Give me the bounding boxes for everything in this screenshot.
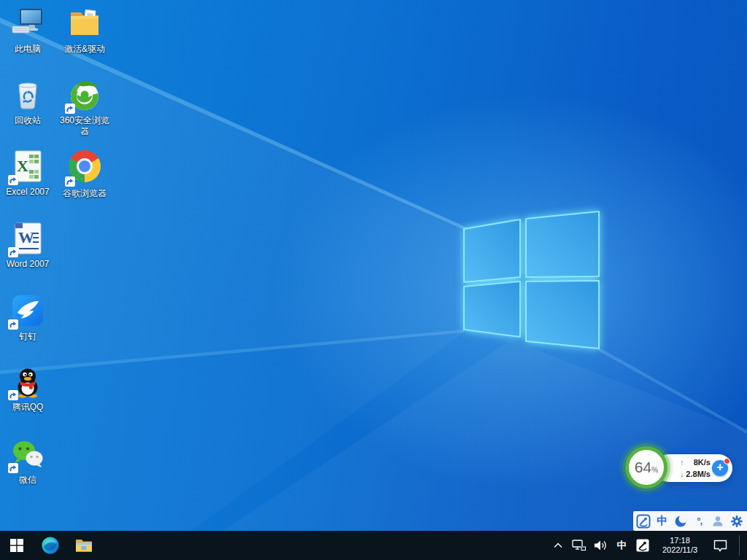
desktop-icon-word-2007[interactable]: W Word 2007 (0, 221, 55, 270)
svg-text:W: W (18, 228, 34, 246)
upload-speed-row: ↑ 8K/s (680, 457, 711, 468)
chinese-mode-label: 中 (657, 514, 667, 528)
desktop-icon-excel-2007[interactable]: X Excel 2007 (0, 149, 55, 198)
desktop-icon-label: 回收站 (0, 115, 55, 126)
desktop-icon-chrome[interactable]: 谷歌浏览器 (57, 149, 112, 199)
chrome-icon (67, 150, 102, 185)
desktop-icon-this-pc[interactable]: 此电脑 (0, 6, 55, 55)
desktop-icon-activation-drivers[interactable]: 激活&驱动 (57, 6, 112, 55)
plus-icon: + (716, 461, 723, 473)
windows-desktop-screen: 此电脑 激活&驱动 (0, 0, 747, 560)
dingtalk-icon (10, 293, 45, 328)
desktop-icon-label: 腾讯QQ (0, 402, 55, 413)
taskbar: 中 17:18 2022/11/3 (0, 531, 747, 560)
clock-date: 2022/11/3 (657, 545, 703, 555)
360-browser-icon (67, 77, 102, 112)
desktop-icon-label: 谷歌浏览器 (57, 188, 112, 199)
taskbar-clock[interactable]: 17:18 2022/11/3 (656, 536, 704, 555)
system-tray: 中 17:18 2022/11/3 (550, 531, 747, 560)
notification-dot (724, 458, 730, 464)
desktop-icon-360-browser[interactable]: 360安全浏览器 (57, 77, 112, 137)
ime-user-button[interactable] (710, 513, 726, 529)
desktop-icon-label: Excel 2007 (0, 187, 55, 198)
file-explorer-icon (74, 536, 93, 555)
desktop-icon-wechat[interactable]: 微信 (0, 437, 55, 486)
desktop-icon-label: 激活&驱动 (57, 44, 112, 55)
desktop-icon-label: 此电脑 (0, 44, 55, 55)
excel-icon: X (10, 149, 45, 184)
show-desktop-divider[interactable] (739, 535, 740, 556)
user-icon (711, 515, 724, 528)
percent-sign: % (651, 466, 658, 474)
moon-icon (674, 515, 687, 528)
edge-icon (41, 536, 60, 555)
network-ethernet-icon (572, 539, 587, 552)
shortcut-arrow-icon (8, 175, 18, 185)
download-arrow-icon: ↓ (680, 470, 686, 478)
ime-punctuation-button[interactable]: °, (692, 513, 708, 529)
file-explorer-taskbar-button[interactable] (67, 531, 101, 560)
notification-bubble-icon (713, 540, 727, 552)
qq-penguin-icon (10, 364, 45, 399)
ime-chinese-mode-button[interactable]: 中 (654, 513, 670, 529)
accelerate-plus-button[interactable]: + (712, 460, 728, 476)
ime-settings-button[interactable] (729, 513, 745, 529)
download-speed-row: ↓ 2.8M/s (680, 469, 711, 480)
tray-ime-indicator[interactable]: 中 (614, 531, 630, 560)
desktop-icon-recycle-bin[interactable]: 回收站 (0, 77, 55, 126)
svg-text:X: X (17, 157, 28, 175)
punctuation-icon: °, (697, 516, 702, 526)
speaker-icon (593, 539, 608, 552)
action-center-button[interactable] (709, 531, 731, 560)
clock-time: 17:18 (657, 536, 703, 545)
folder-icon (67, 6, 102, 41)
tray-volume[interactable] (592, 531, 608, 560)
desktop-icon-label: 360安全浏览器 (57, 115, 112, 137)
ime-fullwidth-moon-button[interactable] (673, 513, 689, 529)
shortcut-arrow-icon (65, 104, 75, 114)
edge-taskbar-button[interactable] (34, 531, 67, 560)
desktop-icon-label: 钉钉 (0, 331, 55, 342)
desktop-icon-label: Word 2007 (0, 259, 55, 270)
speed-ball-widget[interactable]: ↑ 8K/s ↓ 2.8M/s + 64 % (622, 443, 732, 494)
tray-ime-status-square[interactable] (635, 531, 651, 560)
tray-show-hidden-icons[interactable] (550, 531, 566, 560)
wechat-icon (10, 437, 45, 472)
shortcut-arrow-icon (8, 319, 18, 330)
gear-icon (730, 515, 743, 528)
shortcut-arrow-icon (8, 390, 18, 400)
word-icon: W (10, 221, 45, 256)
start-button[interactable] (0, 531, 34, 560)
this-pc-icon (10, 6, 45, 41)
shortcut-arrow-icon (8, 463, 18, 473)
upload-speed-value: 8K/s (689, 458, 711, 467)
desktop-icon-label: 微信 (0, 475, 55, 486)
recycle-bin-icon (10, 77, 45, 112)
desktop-icon-tencent-qq[interactable]: 腾讯QQ (0, 364, 55, 413)
windows-logo-wallpaper (436, 195, 603, 353)
ime-logo-button[interactable] (635, 513, 651, 529)
ime-toolbar: 中 °, (633, 511, 747, 531)
tray-network[interactable] (571, 531, 587, 560)
windows-start-icon (10, 539, 23, 552)
chevron-up-icon (554, 542, 562, 548)
ime-gauge-square-icon (636, 539, 649, 552)
download-speed-value: 2.8M/s (686, 470, 711, 478)
shortcut-arrow-icon (8, 247, 18, 257)
memory-usage-ball[interactable]: 64 % (625, 446, 667, 489)
desktop-icon-dingtalk[interactable]: 钉钉 (0, 293, 55, 342)
ime-indicator-label: 中 (615, 539, 628, 552)
shortcut-arrow-icon (65, 176, 75, 187)
memory-percent-value: 64 (635, 459, 651, 476)
upload-arrow-icon: ↑ (680, 458, 689, 467)
ime-gauge-icon (636, 514, 651, 529)
